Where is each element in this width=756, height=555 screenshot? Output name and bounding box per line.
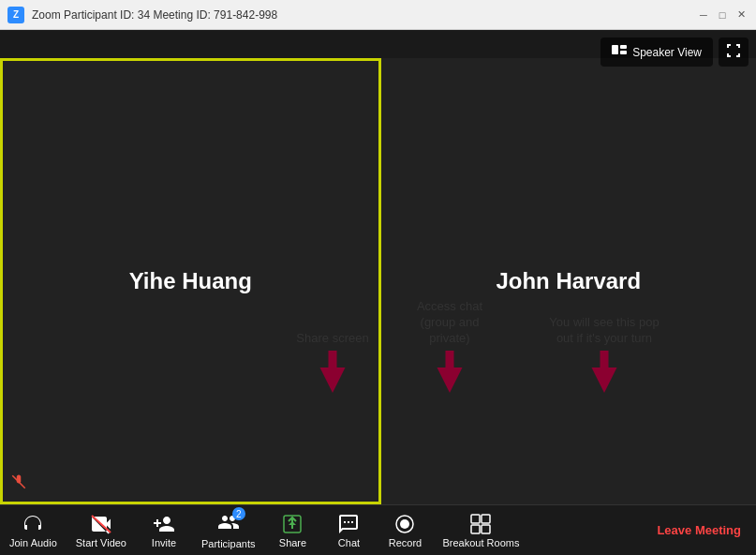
participant-panel-john: John Harvard <box>381 58 757 504</box>
toolbar: Join Audio Start Video Invite 2 Particip… <box>0 504 756 555</box>
title-bar: Z Zoom Participant ID: 34 Meeting ID: 79… <box>0 0 756 30</box>
svg-rect-2 <box>620 51 627 54</box>
start-video-button[interactable]: Start Video <box>67 505 136 555</box>
video-off-icon <box>90 513 112 535</box>
invite-label: Invite <box>152 537 176 548</box>
join-audio-button[interactable]: Join Audio <box>0 505 67 555</box>
main-content: Speaker View Yihe Huang John Harvard Sha <box>0 30 756 504</box>
svg-rect-12 <box>482 515 490 523</box>
share-label: Share <box>279 537 306 548</box>
title-bar-left: Z Zoom Participant ID: 34 Meeting ID: 79… <box>7 7 277 23</box>
participant-name-john: John Harvard <box>496 268 641 294</box>
svg-rect-14 <box>482 525 490 533</box>
svg-point-10 <box>400 519 409 529</box>
share-icon <box>281 513 304 535</box>
start-video-label: Start Video <box>76 537 126 548</box>
join-audio-label: Join Audio <box>9 537 57 548</box>
fullscreen-icon <box>726 43 741 58</box>
svg-rect-11 <box>471 515 480 523</box>
breakout-rooms-label: Breakout Rooms <box>442 537 519 548</box>
svg-rect-13 <box>471 525 480 533</box>
window-controls: ─ □ ✕ <box>696 8 749 22</box>
speaker-view-button[interactable]: Speaker View <box>600 38 713 67</box>
participant-name-yihe: Yihe Huang <box>129 268 252 294</box>
record-icon <box>393 513 416 535</box>
speaker-view-icon <box>612 45 627 60</box>
share-button[interactable]: Share <box>264 505 320 555</box>
svg-rect-1 <box>620 45 627 49</box>
chat-button[interactable]: Chat <box>320 505 377 555</box>
invite-button[interactable]: Invite <box>136 505 192 555</box>
record-label: Record <box>389 537 422 548</box>
zoom-logo-icon: Z <box>7 7 24 23</box>
top-bar: Speaker View <box>600 38 749 67</box>
close-button[interactable]: ✕ <box>734 8 749 22</box>
minimize-button[interactable]: ─ <box>696 8 711 22</box>
breakout-icon <box>469 513 492 535</box>
participants-button[interactable]: 2 Participants <box>192 505 264 555</box>
participants-label: Participants <box>201 538 255 549</box>
invite-icon <box>153 513 175 535</box>
mic-muted-icon <box>10 473 27 494</box>
breakout-rooms-button[interactable]: Breakout Rooms <box>433 505 528 555</box>
svg-rect-0 <box>612 45 618 54</box>
participant-panel-yihe: Yihe Huang <box>0 58 381 504</box>
participants-badge: 2 <box>232 507 245 520</box>
headphone-icon <box>22 513 44 535</box>
restore-button[interactable]: □ <box>715 8 730 22</box>
speaker-view-label: Speaker View <box>632 46 702 59</box>
chat-label: Chat <box>338 537 360 548</box>
chat-icon <box>337 513 360 535</box>
video-grid: Yihe Huang John Harvard <box>0 30 756 504</box>
participants-icon-wrapper: 2 <box>217 511 240 536</box>
record-button[interactable]: Record <box>377 505 433 555</box>
leave-meeting-button[interactable]: Leave Meeting <box>642 505 756 555</box>
window-title: Zoom Participant ID: 34 Meeting ID: 791-… <box>32 8 277 22</box>
fullscreen-button[interactable] <box>719 38 749 67</box>
leave-meeting-label: Leave Meeting <box>657 523 741 537</box>
